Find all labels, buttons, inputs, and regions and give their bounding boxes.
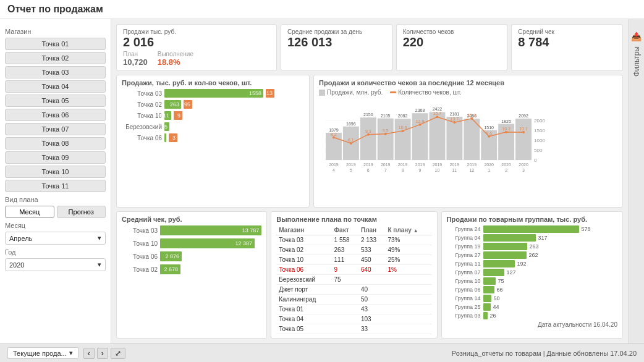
sidebar-store-btn-2[interactable]: Точка 03 [5,66,106,78]
combo-bar-2 [360,117,376,160]
avg-bar-0: 13 787 [160,225,261,235]
product-row-0: Группа 24 578 [447,225,617,233]
sales-bar-card: Продажи, тыс. руб. и кол-во чеков, шт. Т… [116,75,310,208]
svg-text:12: 12 [470,168,475,172]
month-select[interactable]: Апрель ▾ [5,232,106,245]
sidebar-store-btn-0[interactable]: Точка 01 [5,38,106,50]
prod-bar-1 [483,234,536,242]
avg-label-1: Точка 10 [122,240,158,247]
prod-label-9: Группа 25 [447,304,481,310]
nav-expand-btn[interactable]: ⤢ [111,348,125,359]
combo-chart-area: 0500100015002000137916962150210520822368… [319,98,617,180]
share-icon[interactable]: 📤 [631,32,642,41]
plan-cell-8-3 [385,314,431,324]
svg-text:10: 10 [435,168,440,172]
combo-dot-11 [522,131,525,133]
svg-text:8: 8 [402,168,404,172]
prod-val-5: 127 [507,269,516,276]
plan-cell-9-2: 33 [358,324,386,334]
svg-text:0: 0 [534,158,537,163]
footer-tab-label: Текущие прода... [13,350,67,357]
kpi-label-1: Средние продажи за день [287,28,386,35]
prod-val-10: 26 [490,313,496,319]
product-row-8: Группа 14 50 [447,295,617,302]
prod-label-6: Группа 10 [447,278,481,284]
sidebar-store-btn-5[interactable]: Точка 06 [5,109,106,121]
sales-bar-row-4: Точка 06 9 3 [122,133,304,142]
kpi-label-2: Количество чеков [403,28,501,35]
kpi-value-2: 220 [403,35,501,49]
month-plan-btn[interactable]: Месяц [5,206,54,218]
page-title: Отчет по продажам [7,4,103,15]
filters-label[interactable]: Фильтры [632,46,641,77]
svg-text:1: 1 [488,168,490,172]
svg-text:15.7: 15.7 [433,111,442,116]
prod-label-4: Группа 11 [447,261,481,267]
svg-text:2150: 2150 [363,112,373,117]
prod-bar-4 [483,260,515,267]
plan-table-card: Выполнение плана по точкам МагазинФактПл… [271,211,437,339]
prod-val-1: 317 [538,235,548,241]
nav-next-btn[interactable]: › [97,348,108,359]
combo-dot-4 [402,130,404,132]
nav-prev-btn[interactable]: ‹ [83,348,95,359]
svg-text:2019: 2019 [467,162,477,167]
avg-check-row-1: Точка 10 12 387 [122,238,261,248]
sidebar-store-btn-9[interactable]: Точка 10 [5,166,106,178]
filters-panel: 📤 Фильтры [628,19,644,343]
sidebar-store-btn-10[interactable]: Точка 11 [5,180,106,192]
plan-cell-0-0: Точка 03 [276,235,331,245]
page-header: Отчет по продажам [0,0,644,19]
svg-text:2181: 2181 [450,112,460,116]
sidebar-store-btn-1[interactable]: Точка 02 [5,52,106,64]
plan-cell-2-2: 450 [358,255,386,265]
plan-cell-7-2: 43 [358,305,386,314]
plan-cell-6-2: 50 [358,295,386,305]
sidebar: Магазин Точка 01Точка 02Точка 03Точка 04… [0,19,111,343]
svg-text:1510: 1510 [485,125,494,130]
legend-sales-dot [319,90,325,96]
kpi-card-3: Средний чек 8 784 [511,24,623,71]
plan-cell-6-3 [385,295,431,305]
store-buttons: Точка 01Точка 02Точка 03Точка 04Точка 05… [5,38,106,192]
plan-table-row-5: Джет порт40 [276,285,431,295]
combo-bar-11 [515,119,532,160]
svg-text:2019: 2019 [381,162,391,167]
svg-text:10.1: 10.1 [519,127,528,131]
year-select[interactable]: 2020 ▾ [5,258,106,271]
footer-tab[interactable]: Текущие прода... ▾ [7,347,78,359]
plan-cell-5-2: 40 [358,285,386,295]
combo-svg: 0500100015002000137916962150210520822368… [319,98,554,179]
svg-text:1500: 1500 [534,128,545,133]
legend-sales: Продажи, млн. руб. [319,89,383,96]
avg-check-chart: Точка 03 13 787 Точка 10 12 387 Точка 06… [122,225,261,274]
plan-table-row-2: Точка 1011145025% [276,255,431,265]
footer-left: Текущие прода... ▾ ‹ › ⤢ [7,347,125,359]
avg-label-3: Точка 02 [122,266,158,273]
main-wrapper: Отчет по продажам Магазин Точка 01Точка … [0,0,644,362]
date-actuality: Дата актуальности 16.04.20 [447,321,617,328]
kpi-sub-0: План 10,720 Выполнение 18.8% [123,51,270,67]
sidebar-store-btn-4[interactable]: Точка 05 [5,95,106,107]
svg-text:11: 11 [452,168,457,172]
sales-bar-chart: Точка 03 1558 113 Точка 02 263 95 Точка … [122,89,304,142]
svg-text:2019: 2019 [415,162,425,167]
plan-cell-6-0: Калининград [276,295,331,305]
sidebar-store-btn-8[interactable]: Точка 09 [5,151,106,164]
sales-green-2: 111 [164,111,171,120]
sales-orange-1: 95 [184,100,192,109]
forecast-plan-btn[interactable]: Прогноз [57,206,106,218]
sidebar-store-btn-3[interactable]: Точка 04 [5,80,106,93]
plan-cell-7-3 [385,305,431,314]
plan-cell-3-1: 9 [332,265,358,275]
svg-text:2020: 2020 [519,162,528,167]
avg-check-row-3: Точка 02 2 678 [122,264,261,274]
sidebar-store-btn-6[interactable]: Точка 07 [5,123,106,135]
body-area: Магазин Точка 01Точка 02Точка 03Точка 04… [0,19,644,343]
kpi-card-1: Средние продажи за день 126 013 [281,24,392,71]
prod-bar-2 [483,243,527,250]
month-label: Месяц [5,222,106,229]
sidebar-store-btn-7[interactable]: Точка 08 [5,137,106,149]
charts-row-1: Продажи, тыс. руб. и кол-во чеков, шт. Т… [116,75,623,208]
sales-label-4: Точка 06 [122,135,162,141]
